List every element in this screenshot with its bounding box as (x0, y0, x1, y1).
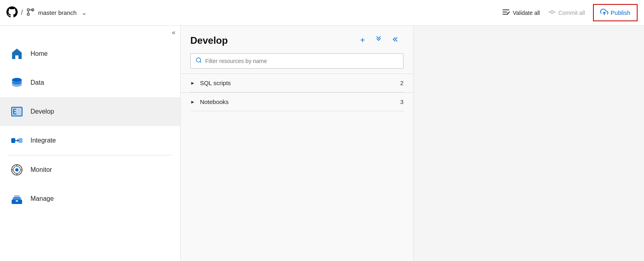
svg-point-2 (27, 13, 30, 15)
validate-all-label: Validate all (513, 10, 540, 16)
notebooks-count: 3 (400, 98, 404, 105)
sidebar-item-data[interactable]: Data (0, 68, 180, 97)
topbar-path-separator: / (21, 8, 23, 17)
sql-scripts-chevron-icon: ► (190, 80, 195, 86)
sidebar-item-manage-label: Manage (31, 195, 54, 202)
manage-icon (10, 192, 24, 206)
branch-dropdown-button[interactable]: ⌄ (80, 7, 88, 18)
svg-point-0 (27, 8, 30, 11)
svg-point-22 (15, 168, 18, 171)
data-icon (10, 75, 24, 90)
publish-label: Publish (611, 9, 630, 16)
svg-rect-18 (18, 138, 22, 143)
svg-rect-11 (12, 107, 22, 116)
develop-panel: Develop + (181, 26, 414, 261)
sidebar-collapse-area: « (0, 26, 180, 39)
validate-icon (501, 8, 510, 18)
branch-icon (26, 8, 35, 18)
integrate-icon (10, 133, 24, 148)
sidebar-item-home[interactable]: Home (0, 39, 180, 68)
resource-divider-2 (190, 111, 404, 111)
develop-collapse-all-button[interactable] (371, 34, 386, 47)
develop-icon (10, 104, 24, 119)
svg-rect-17 (11, 138, 15, 143)
svg-rect-30 (16, 200, 18, 202)
home-icon (10, 47, 24, 61)
topbar-left: / master branch ⌄ (6, 6, 501, 19)
sidebar-item-integrate[interactable]: Integrate (0, 126, 180, 155)
svg-point-6 (550, 11, 553, 14)
resource-item-notebooks[interactable]: ► Notebooks 3 (181, 92, 413, 111)
content-area (414, 26, 644, 261)
search-container (190, 53, 404, 69)
develop-panel-title: Develop (190, 35, 354, 46)
resource-list: ► SQL scripts 2 ► Notebooks 3 (181, 73, 413, 111)
sidebar-nav: Home Data (0, 39, 180, 261)
topbar-actions: Validate all Commit all Publ (501, 4, 638, 21)
notebooks-label: Notebooks (200, 98, 400, 105)
commit-icon (548, 8, 556, 17)
notebooks-chevron-icon: ► (190, 99, 195, 105)
develop-add-button[interactable]: + (357, 34, 368, 47)
sidebar-collapse-button[interactable]: « (172, 29, 175, 36)
sql-scripts-label: SQL scripts (200, 80, 400, 86)
sidebar: « Home (0, 26, 181, 261)
develop-collapse-panel-button[interactable] (389, 34, 404, 47)
sql-scripts-count: 2 (400, 80, 404, 86)
main-content: « Home (0, 26, 644, 261)
commit-all-button[interactable]: Commit all (548, 8, 585, 17)
sidebar-item-develop-label: Develop (31, 108, 54, 115)
svg-rect-29 (14, 195, 20, 198)
sidebar-item-data-label: Data (31, 79, 44, 86)
branch-label: master branch (38, 9, 77, 16)
resource-item-sql-scripts[interactable]: ► SQL scripts 2 (181, 73, 413, 92)
github-icon (6, 6, 18, 19)
sidebar-item-home-label: Home (31, 50, 48, 57)
commit-all-label: Commit all (558, 10, 585, 16)
topbar: / master branch ⌄ Validate al (0, 0, 644, 26)
sidebar-item-manage[interactable]: Manage (0, 184, 180, 213)
sidebar-item-develop[interactable]: Develop (0, 97, 180, 126)
svg-line-32 (200, 61, 201, 63)
svg-point-31 (196, 58, 201, 62)
develop-header-actions: + (357, 34, 404, 47)
search-box (190, 53, 404, 69)
search-input[interactable] (205, 58, 398, 64)
develop-header: Develop + (181, 26, 413, 53)
monitor-icon (10, 163, 24, 177)
validate-all-button[interactable]: Validate all (501, 8, 540, 18)
sidebar-item-monitor[interactable]: Monitor (0, 155, 180, 184)
search-icon (196, 57, 202, 65)
sidebar-item-monitor-label: Monitor (31, 166, 52, 173)
publish-button[interactable]: Publish (593, 4, 638, 21)
publish-icon (600, 8, 608, 17)
sidebar-item-integrate-label: Integrate (31, 137, 56, 144)
